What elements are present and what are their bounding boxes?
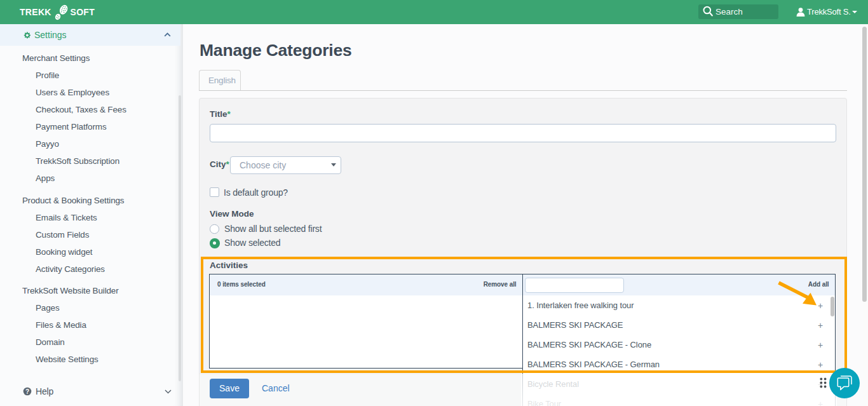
svg-text:?: ? bbox=[25, 388, 29, 395]
